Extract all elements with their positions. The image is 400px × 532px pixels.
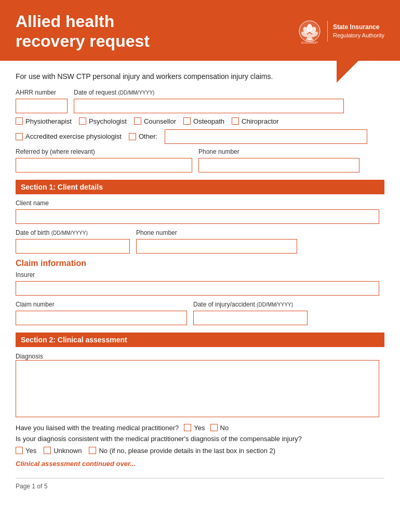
page-number: Page 1 of 5: [16, 478, 384, 490]
dob-field-group: Date of birth (DD/MM/YYYY): [16, 229, 130, 254]
date-injury-input[interactable]: [193, 311, 308, 325]
counsellor-checkbox-item: Counsellor: [134, 117, 176, 125]
ahrr-label: AHRR number: [16, 89, 68, 96]
date-request-field-group: Date of request (DD/MM/YYYY): [74, 89, 344, 113]
svg-text:NSW: NSW: [306, 38, 313, 41]
page-header: Allied health recovery request NSW GOVER…: [0, 0, 400, 61]
referred-input[interactable]: [16, 158, 192, 172]
counsellor-label: Counsellor: [144, 117, 176, 125]
client-name-input[interactable]: [16, 209, 379, 224]
osteopath-checkbox[interactable]: [183, 117, 191, 125]
date-request-input[interactable]: [74, 99, 344, 113]
client-name-label: Client name: [16, 200, 384, 207]
logo-container: NSW GOVERNMENT State Insurance Regulator…: [297, 19, 384, 44]
question2-answer-row: Yes Unknown No (if no, please provide de…: [16, 447, 384, 455]
claim-date-row: Claim number Date of injury/accident (DD…: [16, 301, 384, 325]
yes2-checkbox[interactable]: [16, 447, 23, 454]
main-content: For use with NSW CTP personal injury and…: [0, 72, 400, 500]
ahrr-field-group: AHRR number: [16, 89, 68, 113]
physiotherapist-checkbox-item: Physiotherapist: [16, 117, 72, 125]
phone-header-field-group: Phone number: [198, 148, 359, 172]
phone-header-input[interactable]: [198, 158, 359, 172]
accredited-checkbox[interactable]: [16, 133, 23, 140]
psychologist-label: Psychologist: [89, 117, 127, 125]
other-checkbox[interactable]: [129, 133, 136, 140]
phone-client-field-group: Phone number: [136, 229, 297, 254]
chiropractor-label: Chiropractor: [242, 117, 279, 125]
psychologist-checkbox-item: Psychologist: [79, 117, 127, 125]
ahrr-date-row: AHRR number Date of request (DD/MM/YYYY): [16, 89, 384, 113]
unknown-checkbox-item: Unknown: [44, 447, 82, 455]
yes2-checkbox-item: Yes: [16, 447, 36, 455]
sira-label: State Insurance Regulatory Authority: [333, 23, 384, 39]
physiotherapist-label: Physiotherapist: [25, 117, 72, 125]
question2-text: Is your diagnosis consistent with the me…: [16, 435, 384, 443]
ahrr-input[interactable]: [16, 99, 68, 113]
diagnosis-row: Diagnosis: [16, 352, 384, 419]
svg-text:GOVERNMENT: GOVERNMENT: [301, 42, 318, 44]
no2-checkbox[interactable]: [89, 447, 96, 454]
dob-label: Date of birth (DD/MM/YYYY): [16, 229, 130, 236]
unknown-checkbox[interactable]: [44, 447, 51, 454]
osteopath-label: Osteopath: [193, 117, 224, 125]
insurer-input[interactable]: [16, 281, 379, 296]
insurer-field-group: Insurer: [16, 271, 384, 296]
counsellor-checkbox[interactable]: [134, 117, 141, 125]
chiropractor-checkbox-item: Chiropractor: [232, 117, 279, 125]
nsw-logo-icon: NSW GOVERNMENT: [297, 19, 322, 44]
claim-number-field-group: Claim number: [16, 301, 187, 325]
no1-checkbox[interactable]: [210, 424, 218, 431]
other-checkbox-item: Other:: [129, 132, 157, 140]
physiotherapist-checkbox[interactable]: [16, 117, 23, 125]
referred-phone-row: Referred by (where relevant) Phone numbe…: [16, 148, 384, 172]
intro-text: For use with NSW CTP personal injury and…: [16, 72, 384, 81]
dob-input[interactable]: [16, 239, 130, 254]
yes1-checkbox-item: Yes: [184, 424, 205, 432]
diagnosis-label: Diagnosis: [16, 353, 43, 360]
continued-text: Clinical assessment continued over...: [16, 460, 384, 468]
referred-field-group: Referred by (where relevant): [16, 148, 192, 172]
yes2-label: Yes: [25, 447, 36, 455]
phone-header-label: Phone number: [198, 148, 359, 155]
insurer-label: Insurer: [16, 271, 384, 278]
claim-number-input[interactable]: [16, 311, 187, 325]
phone-client-label: Phone number: [136, 229, 297, 236]
dob-phone-row: Date of birth (DD/MM/YYYY) Phone number: [16, 229, 384, 254]
no2-label: No (if no, please provide details in the…: [99, 447, 275, 455]
no1-label: No: [220, 424, 229, 432]
phone-client-input[interactable]: [136, 239, 297, 254]
osteopath-checkbox-item: Osteopath: [183, 117, 224, 125]
question1-text: Have you liaised with the treating medic…: [16, 424, 179, 432]
date-injury-label: Date of injury/accident (DD/MM/YYYY): [193, 301, 308, 308]
nsw-logo: NSW GOVERNMENT: [297, 19, 322, 44]
other-label: Other:: [139, 132, 157, 140]
accredited-label: Accredited exercise physiologist: [25, 132, 122, 140]
unknown-label: Unknown: [54, 447, 82, 455]
section2-header: Section 2: Clinical assessment: [16, 332, 384, 347]
page-title: Allied health recovery request: [16, 11, 150, 51]
client-name-field-group: Client name: [16, 200, 384, 224]
chiropractor-checkbox[interactable]: [232, 117, 239, 125]
claim-number-label: Claim number: [16, 301, 187, 308]
yes1-checkbox[interactable]: [184, 424, 191, 431]
date-request-label: Date of request (DD/MM/YYYY): [74, 89, 344, 96]
no2-checkbox-item: No (if no, please provide details in the…: [89, 447, 275, 455]
question1-row: Have you liaised with the treating medic…: [16, 424, 384, 432]
claim-info-heading: Claim information: [16, 259, 384, 268]
checkbox-row-2: Accredited exercise physiologist Other:: [16, 129, 384, 144]
other-input[interactable]: [165, 129, 367, 144]
section1-header: Section 1: Client details: [16, 180, 384, 194]
referred-label: Referred by (where relevant): [16, 148, 192, 155]
no1-checkbox-item: No: [210, 424, 229, 432]
diagnosis-textarea[interactable]: [16, 360, 379, 417]
yes1-label: Yes: [194, 424, 205, 432]
header-arrow-icon: [337, 61, 358, 83]
checkbox-row-1: Physiotherapist Psychologist Counsellor …: [16, 117, 384, 125]
logo-divider: [327, 21, 328, 42]
psychologist-checkbox[interactable]: [79, 117, 86, 125]
accredited-checkbox-item: Accredited exercise physiologist: [16, 132, 122, 140]
date-injury-field-group: Date of injury/accident (DD/MM/YYYY): [193, 301, 308, 325]
